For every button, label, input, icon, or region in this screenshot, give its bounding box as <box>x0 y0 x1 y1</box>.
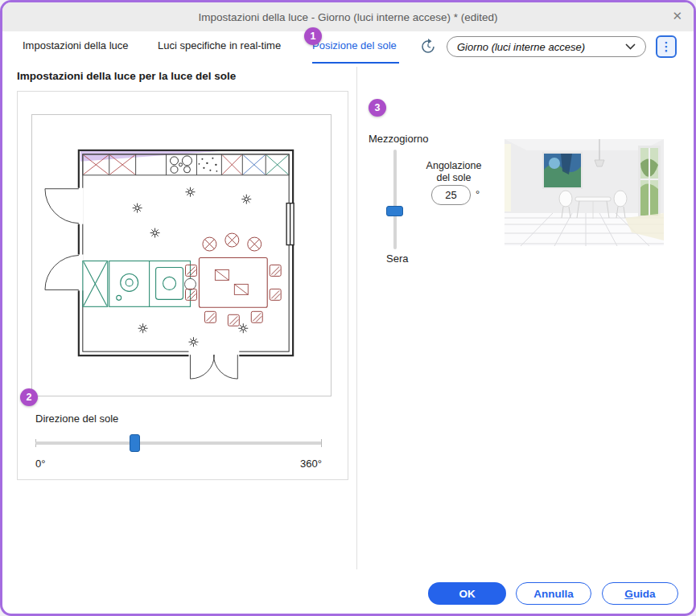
sun-angle-slider[interactable] <box>386 150 403 249</box>
kebab-icon: ⋮ <box>661 39 673 54</box>
sun-angle-input-wrap <box>431 185 471 205</box>
floor-plan-preview <box>31 114 332 396</box>
cancel-button[interactable]: Annulla <box>516 582 591 605</box>
panel-divider <box>356 67 357 569</box>
sun-direction-slider[interactable] <box>35 433 322 453</box>
sun-direction-max-label: 360° <box>300 458 322 470</box>
sun-angle-unit: ° <box>476 188 480 200</box>
chevron-down-icon <box>625 43 636 50</box>
reset-history-icon[interactable] <box>419 38 437 55</box>
ok-button[interactable]: OK <box>428 582 506 605</box>
light-settings-dialog: Impostazioni della luce - Giorno (luci i… <box>0 0 696 616</box>
lighting-preset-dropdown[interactable]: Giorno (luci interne accese) <box>447 36 646 57</box>
section-heading: Impostazioni della luce per la luce del … <box>17 70 236 82</box>
sun-angle-top-label: Mezzogiorno <box>369 133 428 145</box>
lighting-preset-value: Giorno (luci interne accese) <box>457 41 585 53</box>
tab-impostazioni-della-luce[interactable]: Impostazioni della luce <box>23 39 129 57</box>
step-badge-1: 1 <box>304 27 322 45</box>
dialog-title: Impostazioni della luce - Giorno (luci i… <box>198 11 497 23</box>
room-render-preview <box>504 139 664 246</box>
tab-luci-specifiche-real-time[interactable]: Luci specifiche in real-time <box>158 39 281 57</box>
sun-angle-slider-handle[interactable] <box>386 206 403 216</box>
step-badge-2: 2 <box>20 388 38 406</box>
sun-direction-label: Direzione del sole <box>35 413 118 425</box>
sun-angle-input[interactable] <box>435 188 467 202</box>
sun-light-settings-box: Direzione del sole 0° 360° <box>17 91 348 480</box>
sun-angle-bottom-label: Sera <box>386 253 408 265</box>
close-icon[interactable]: ✕ <box>672 10 682 22</box>
sun-angle-label: Angolazione del sole <box>418 160 490 184</box>
sun-direction-slider-handle[interactable] <box>130 434 140 452</box>
dialog-titlebar[interactable]: Impostazioni della luce - Giorno (luci i… <box>2 2 694 31</box>
sun-direction-slider-track <box>35 441 322 445</box>
sun-angle-slider-track <box>393 150 397 249</box>
sun-direction-min-label: 0° <box>35 458 45 470</box>
more-options-button[interactable]: ⋮ <box>656 35 677 58</box>
tab-posizione-del-sole[interactable]: Posizione del sole <box>312 39 399 64</box>
help-button[interactable]: Guida <box>602 582 678 605</box>
step-badge-3: 3 <box>369 99 386 117</box>
